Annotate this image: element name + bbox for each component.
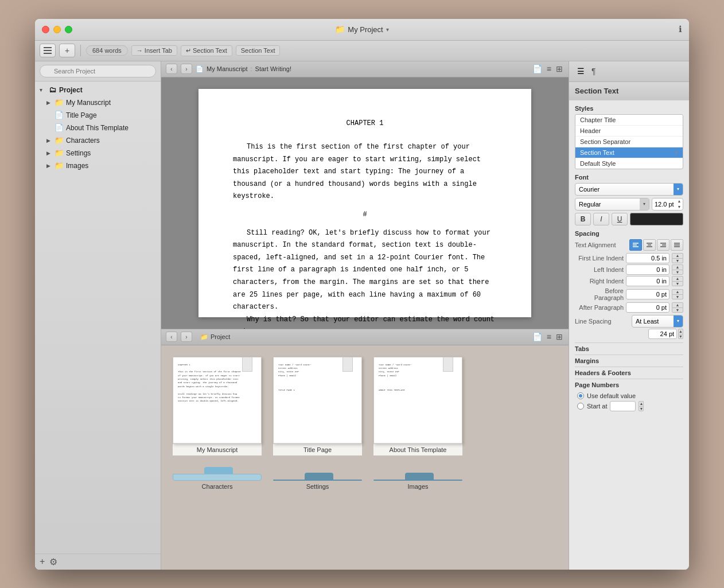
minimize-button[interactable] xyxy=(53,26,61,33)
line-spacing-pt-stepper[interactable]: ▲ ▼ xyxy=(678,329,683,339)
maximize-button[interactable] xyxy=(65,26,72,33)
sidebar-item-settings[interactable]: ▶ 📁 Settings xyxy=(35,147,161,159)
align-justify-button[interactable] xyxy=(671,239,683,251)
alignment-buttons xyxy=(629,239,683,251)
corkboard-back-button[interactable]: ‹ xyxy=(166,332,177,342)
corkboard-pane: ‹ › 📁 Project 📄 ≡ ⊞ xyxy=(161,329,569,570)
left-indent-down[interactable]: ▼ xyxy=(672,270,683,275)
start-at-radio[interactable] xyxy=(577,403,584,410)
sidebar-item-images[interactable]: ▶ 📁 Images xyxy=(35,159,161,172)
align-left-button[interactable] xyxy=(629,239,642,251)
sidebar-item-label-images: Images xyxy=(66,162,88,170)
margins-collapsible[interactable]: Margins xyxy=(575,355,683,367)
font-style-select[interactable]: Regular ▾ xyxy=(575,198,649,211)
before-paragraph-up[interactable]: ▲ xyxy=(672,289,683,294)
sidebar-item-my-manuscript[interactable]: ▶ 📁 My Manuscript xyxy=(35,96,161,109)
editor-action-buttons: 📄 ≡ ⊞ xyxy=(531,63,564,75)
after-paragraph-value[interactable]: 0 pt xyxy=(626,302,669,313)
first-line-indent-value[interactable]: 0.5 in xyxy=(626,253,669,263)
style-item-section-text[interactable]: Section Text ▾ xyxy=(575,147,683,158)
sidebar-item-characters[interactable]: ▶ 📁 Characters xyxy=(35,134,161,147)
after-paragraph-stepper[interactable]: ▲ ▼ xyxy=(672,302,683,313)
line-spacing-pt-value[interactable]: 24 pt xyxy=(648,329,677,339)
left-indent-value[interactable]: 0 in xyxy=(626,264,669,275)
start-at-stepper[interactable]: ▲ ▼ xyxy=(639,401,644,411)
style-item-chapter-title[interactable]: Chapter Title xyxy=(575,115,683,126)
sidebar-item-about-template[interactable]: ▶ 📄 About This Template xyxy=(35,122,161,134)
page-numbers-collapsible[interactable]: Page Numbers xyxy=(575,379,683,391)
cork-card-tab xyxy=(242,357,252,372)
first-line-indent-up[interactable]: ▲ xyxy=(672,253,683,258)
search-input[interactable] xyxy=(40,65,156,77)
font-family-select[interactable]: Courier ▾ xyxy=(575,183,683,196)
new-doc-icon[interactable]: 📄 xyxy=(531,63,543,75)
font-size-up[interactable]: ▲ xyxy=(676,198,683,204)
underline-button[interactable]: U xyxy=(612,213,628,225)
use-default-radio[interactable] xyxy=(577,392,584,399)
inspector-tab-format[interactable]: ☰ xyxy=(576,65,586,77)
editor-document-area[interactable]: CHAPTER 1 This is the first section of t… xyxy=(161,77,569,329)
editor-back-button[interactable]: ‹ xyxy=(166,64,177,74)
tabs-collapsible[interactable]: Tabs xyxy=(575,342,683,355)
before-paragraph-down[interactable]: ▼ xyxy=(672,294,683,299)
line-spacing-pt-up[interactable]: ▲ xyxy=(678,329,683,334)
style-item-section-separator[interactable]: Section Separator xyxy=(575,137,683,147)
right-indent-value[interactable]: 0 in xyxy=(626,276,669,286)
sidebar-toggle-button[interactable] xyxy=(40,44,56,57)
title-chevron-icon[interactable]: ▾ xyxy=(386,26,389,33)
sidebar-item-project[interactable]: ▾ 🗂 Project xyxy=(35,84,161,96)
cork-card-my-manuscript[interactable]: CHAPTER 1 This is the first section of t… xyxy=(173,357,262,455)
cork-card-images[interactable]: Images xyxy=(373,473,462,492)
start-at-input[interactable] xyxy=(610,401,636,411)
corkboard-grid-icon[interactable]: ⊞ xyxy=(555,331,564,342)
line-spacing-pt-down[interactable]: ▼ xyxy=(678,334,683,339)
editor-bc-doc-icon: 📄 xyxy=(196,65,204,73)
italic-button[interactable]: I xyxy=(593,213,609,225)
style-item-default[interactable]: Default Style xyxy=(575,158,683,169)
right-indent-up[interactable]: ▲ xyxy=(672,276,683,281)
corkboard-new-icon[interactable]: 📄 xyxy=(531,331,543,342)
left-indent-up[interactable]: ▲ xyxy=(672,264,683,270)
section-text-button-1[interactable]: ↵ Section Text xyxy=(181,45,232,56)
font-size-input[interactable]: 12.0 pt ▲ ▼ xyxy=(652,198,683,211)
add-item-button[interactable]: + xyxy=(40,556,45,567)
bold-button[interactable]: B xyxy=(575,213,591,225)
font-size-stepper[interactable]: ▲ ▼ xyxy=(676,198,683,210)
corkboard-list-icon[interactable]: ≡ xyxy=(546,331,552,342)
start-at-up[interactable]: ▲ xyxy=(639,401,644,406)
line-spacing-select[interactable]: At Least ▾ xyxy=(632,315,683,328)
first-line-indent-stepper[interactable]: ▲ ▼ xyxy=(672,253,683,263)
headers-footers-collapsible[interactable]: Headers & Footers xyxy=(575,367,683,379)
cork-card-title-page[interactable]: Your Name / ~word count~ Street Address … xyxy=(273,357,362,455)
info-button[interactable]: ℹ xyxy=(679,24,682,34)
before-paragraph-stepper[interactable]: ▲ ▼ xyxy=(672,289,683,299)
before-paragraph-value[interactable]: 0 pt xyxy=(626,289,669,299)
cork-card-characters[interactable]: Characters xyxy=(173,467,262,492)
left-indent-stepper[interactable]: ▲ ▼ xyxy=(672,264,683,275)
after-paragraph-up[interactable]: ▲ xyxy=(672,302,683,307)
right-indent-down[interactable]: ▼ xyxy=(672,281,683,286)
after-paragraph-down[interactable]: ▼ xyxy=(672,307,683,313)
first-line-indent-down[interactable]: ▼ xyxy=(672,258,683,263)
add-button[interactable]: + xyxy=(59,44,75,57)
cork-card-settings[interactable]: Settings xyxy=(273,473,362,492)
sidebar-item-title-page[interactable]: ▶ 📄 Title Page xyxy=(35,109,161,122)
align-center-button[interactable] xyxy=(643,239,656,251)
font-size-down[interactable]: ▼ xyxy=(676,204,683,210)
editor-forward-button[interactable]: › xyxy=(181,64,192,74)
close-button[interactable] xyxy=(42,26,49,33)
start-at-down[interactable]: ▼ xyxy=(639,406,644,411)
color-swatch[interactable] xyxy=(630,213,683,225)
inspector-tab-list[interactable]: ¶ xyxy=(590,65,597,77)
align-right-button[interactable] xyxy=(657,239,669,251)
format-buttons-row: B I U xyxy=(575,213,683,225)
cork-card-about-template[interactable]: Your Name / ~word count~ Street Address … xyxy=(373,357,462,455)
view-list-icon[interactable]: ≡ xyxy=(546,63,552,75)
view-grid-icon[interactable]: ⊞ xyxy=(555,63,564,75)
insert-tab-button[interactable]: → Insert Tab xyxy=(131,45,177,56)
section-text-button-2[interactable]: Section Text xyxy=(236,45,281,56)
corkboard-forward-button[interactable]: › xyxy=(181,332,192,342)
right-indent-stepper[interactable]: ▲ ▼ xyxy=(672,276,683,286)
settings-gear-icon[interactable]: ⚙ xyxy=(49,556,57,567)
style-item-header[interactable]: Header xyxy=(575,126,683,137)
